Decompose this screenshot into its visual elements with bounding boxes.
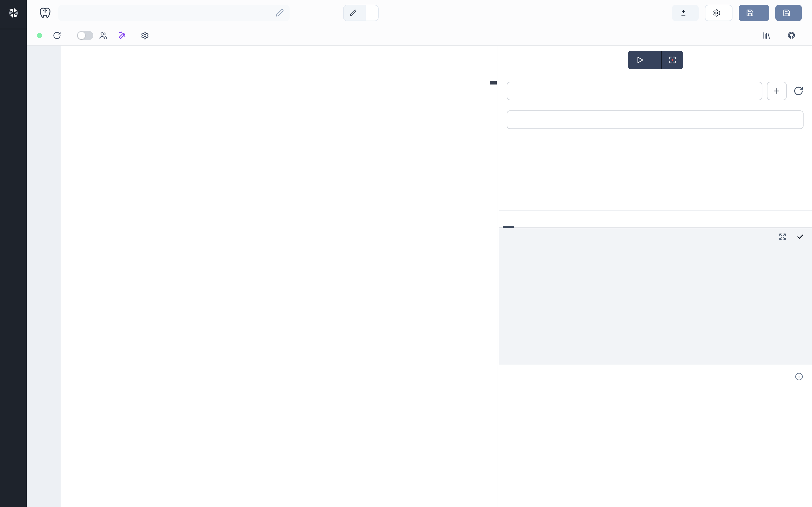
overview-ruler-mark bbox=[490, 81, 497, 84]
tab-trigger-captures[interactable] bbox=[525, 211, 537, 227]
tab-logs-result[interactable] bbox=[503, 211, 514, 227]
reset-icon bbox=[53, 31, 61, 40]
postgresql-icon bbox=[39, 6, 52, 19]
library-icon bbox=[762, 31, 771, 40]
collab-toggle[interactable] bbox=[77, 31, 93, 40]
add-resource-button[interactable] bbox=[767, 82, 786, 100]
ai-gen-button[interactable] bbox=[118, 31, 130, 40]
script-title-field[interactable] bbox=[58, 5, 290, 21]
library-button[interactable] bbox=[762, 31, 774, 40]
status-dot bbox=[37, 33, 42, 38]
path-field[interactable] bbox=[343, 5, 378, 21]
play-icon bbox=[636, 56, 644, 64]
record-frame-icon bbox=[668, 55, 677, 64]
reset-button[interactable] bbox=[53, 31, 64, 40]
code-editor[interactable] bbox=[27, 46, 498, 507]
gear-icon bbox=[141, 31, 149, 40]
result-pane bbox=[499, 366, 812, 507]
expand-logs-icon[interactable] bbox=[779, 233, 786, 240]
arguments-form bbox=[499, 69, 812, 129]
plus-icon bbox=[772, 87, 781, 95]
editor-toolbar bbox=[27, 26, 812, 46]
refresh-resources-button[interactable] bbox=[794, 86, 804, 96]
logs-pane bbox=[499, 228, 812, 365]
diff-button[interactable] bbox=[672, 5, 699, 21]
editor-settings-button[interactable] bbox=[141, 31, 149, 40]
run-panel bbox=[499, 46, 812, 507]
settings-button[interactable] bbox=[705, 5, 732, 21]
save-icon bbox=[783, 9, 791, 17]
line-number-gutter bbox=[27, 46, 61, 507]
top-bar bbox=[27, 0, 812, 26]
result-tabs bbox=[499, 210, 812, 228]
settings-gear-icon bbox=[713, 9, 721, 17]
path-value bbox=[366, 5, 378, 20]
table-name-input[interactable] bbox=[507, 110, 804, 129]
vscode-github-icon bbox=[787, 31, 796, 40]
users-icon bbox=[99, 31, 107, 40]
collaborators-button[interactable] bbox=[99, 31, 107, 40]
sidebar-divider bbox=[0, 29, 27, 29]
edit-title-pencil-icon[interactable] bbox=[275, 9, 284, 17]
deploy-button[interactable] bbox=[775, 5, 802, 21]
magic-wand-icon bbox=[118, 31, 126, 40]
database-input[interactable] bbox=[507, 82, 762, 100]
info-icon[interactable] bbox=[795, 372, 804, 381]
draft-button[interactable] bbox=[739, 5, 769, 21]
capture-run-button[interactable] bbox=[662, 51, 683, 69]
tab-history[interactable] bbox=[514, 211, 525, 227]
save-icon bbox=[746, 9, 754, 17]
use-vscode-button[interactable] bbox=[787, 31, 799, 40]
autoscroll-check-icon[interactable] bbox=[797, 233, 804, 240]
left-sidebar bbox=[0, 0, 27, 507]
test-button[interactable] bbox=[628, 51, 661, 69]
diff-icon bbox=[679, 9, 688, 17]
edit-path-pencil-icon bbox=[349, 9, 357, 17]
windmill-logo-icon[interactable] bbox=[6, 6, 21, 20]
